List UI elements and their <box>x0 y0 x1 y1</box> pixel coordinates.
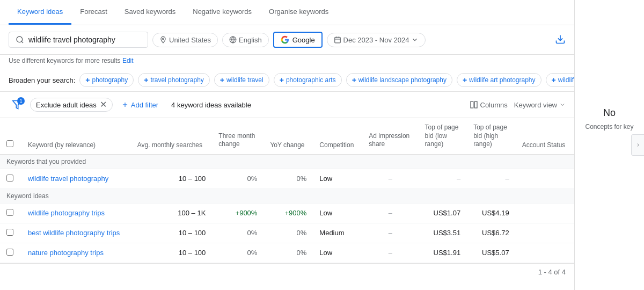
row-avg-searches: 10 – 100 <box>131 243 213 263</box>
th-ad-impression[interactable]: Ad impressionshare <box>362 118 418 154</box>
broaden-row: Broaden your search: + photography + tra… <box>0 69 574 92</box>
svg-point-1 <box>163 38 164 40</box>
location-label: United States <box>169 36 211 44</box>
chevron-down-icon <box>411 36 419 44</box>
row-three-month: 0% <box>212 243 264 263</box>
table-row: nature photography trips 10 – 100 0% 0% … <box>0 243 574 263</box>
th-keyword[interactable]: Keyword (by relevance) <box>21 118 131 154</box>
row-bid-high: – <box>467 169 516 189</box>
broaden-chip-photography[interactable]: + photography <box>79 73 134 87</box>
table-row: wildlife travel photography 10 – 100 0% … <box>0 169 574 189</box>
filter-icon-button[interactable]: 1 <box>9 96 26 113</box>
tab-saved-keywords[interactable]: Saved keywords <box>116 0 184 25</box>
google-icon <box>281 35 289 44</box>
th-bid-high[interactable]: Top of pagebid (highrange) <box>467 118 516 154</box>
action-bar: 1 Exclude adult ideas ✕ Add filter 4 key… <box>0 92 574 118</box>
broaden-label: Broaden your search: <box>9 76 75 84</box>
search-input[interactable]: wildlife travel photography <box>28 35 136 44</box>
row-checkbox-cell[interactable] <box>0 243 21 263</box>
scroll-right-arrow[interactable] <box>631 134 644 156</box>
row-avg-searches: 10 – 100 <box>131 223 213 243</box>
svg-point-0 <box>17 37 23 42</box>
row-bid-high: US$4.19 <box>467 203 516 223</box>
location-filter[interactable]: United States <box>152 33 218 47</box>
row-bid-low: US$1.91 <box>419 243 467 263</box>
network-filter[interactable]: Google <box>273 32 323 48</box>
date-filter[interactable]: Dec 2023 - Nov 2024 <box>327 33 426 47</box>
row-competition: Low <box>313 243 362 263</box>
row-ad-impression: – <box>362 243 418 263</box>
right-panel-subtitle: Concepts for key <box>581 119 638 135</box>
th-yoy[interactable]: YoY change <box>264 118 313 154</box>
calendar-icon <box>334 36 341 44</box>
row-bid-low: US$3.51 <box>419 223 467 243</box>
edit-link[interactable]: Edit <box>122 57 134 64</box>
row-competition: Low <box>313 169 362 189</box>
plus-icon <box>121 101 129 108</box>
download-button[interactable] <box>555 34 566 46</box>
network-label: Google <box>292 36 315 44</box>
row-checkbox[interactable] <box>6 229 13 236</box>
row-ad-impression: – <box>362 203 418 223</box>
row-account-status <box>516 243 574 263</box>
row-yoy: 0% <box>264 243 313 263</box>
remove-exclude-button[interactable]: ✕ <box>100 100 107 109</box>
keyword-table: Keyword (by relevance) Avg. monthly sear… <box>0 118 574 263</box>
broaden-chip-wildlife-travel[interactable]: + wildlife travel <box>214 73 269 87</box>
search-row: wildlife travel photography United State… <box>0 25 574 55</box>
columns-icon <box>470 100 478 109</box>
language-label: English <box>239 36 262 44</box>
language-filter[interactable]: English <box>222 33 269 47</box>
row-checkbox-cell[interactable] <box>0 203 21 223</box>
language-icon <box>229 36 237 44</box>
tab-keyword-ideas[interactable]: Keyword ideas <box>9 0 71 25</box>
right-panel-title: No <box>599 107 620 119</box>
row-keyword: wildlife photography trips <box>21 203 131 223</box>
pagination-text: 1 - 4 of 4 <box>538 268 566 276</box>
svg-rect-8 <box>474 102 477 108</box>
row-avg-searches: 10 – 100 <box>131 169 213 189</box>
row-checkbox-cell[interactable] <box>0 223 21 243</box>
broaden-chip-travel-photography[interactable]: + travel photography <box>138 73 210 87</box>
hint-row: Use different keywords for more results … <box>0 55 574 69</box>
row-checkbox[interactable] <box>6 209 13 216</box>
row-competition: Low <box>313 203 362 223</box>
broaden-chip-wildlife-landscape[interactable]: + wildlife landscape photography <box>346 73 452 87</box>
broaden-chip-wildlife-animal[interactable]: + wildlife animal photography <box>546 73 574 87</box>
broaden-chip-wildlife-art[interactable]: + wildlife art photography <box>457 73 541 87</box>
section-header-provided: Keywords that you provided <box>0 154 574 169</box>
row-checkbox[interactable] <box>6 175 13 182</box>
row-checkbox-cell[interactable] <box>0 169 21 189</box>
tab-organise-keywords[interactable]: Organise keywords <box>260 0 337 25</box>
row-yoy: 0% <box>264 223 313 243</box>
row-three-month: 0% <box>212 223 264 243</box>
row-three-month: +900% <box>212 203 264 223</box>
keyword-table-container: Keyword (by relevance) Avg. monthly sear… <box>0 118 574 263</box>
th-bid-low[interactable]: Top of pagebid (lowrange) <box>419 118 467 154</box>
th-three-month[interactable]: Three monthchange <box>212 118 264 154</box>
row-ad-impression: – <box>362 223 418 243</box>
row-bid-high: US$5.07 <box>467 243 516 263</box>
th-competition[interactable]: Competition <box>313 118 362 154</box>
row-account-status <box>516 223 574 243</box>
select-all-header[interactable] <box>0 118 21 154</box>
add-filter-button[interactable]: Add filter <box>117 99 163 111</box>
th-avg-searches[interactable]: Avg. monthly searches <box>131 118 213 154</box>
svg-rect-2 <box>334 37 340 43</box>
tab-forecast[interactable]: Forecast <box>71 0 116 25</box>
row-account-status <box>516 203 574 223</box>
svg-rect-7 <box>471 102 473 108</box>
row-bid-high: US$6.72 <box>467 223 516 243</box>
select-all-checkbox[interactable] <box>6 140 13 147</box>
search-icon <box>16 35 24 44</box>
broaden-chip-photographic-arts[interactable]: + photographic arts <box>274 73 342 87</box>
exclude-adult-chip: Exclude adult ideas ✕ <box>30 98 113 112</box>
tab-negative-keywords[interactable]: Negative keywords <box>184 0 260 25</box>
columns-button[interactable]: Columns <box>470 100 508 109</box>
row-checkbox[interactable] <box>6 249 13 256</box>
pagination: 1 - 4 of 4 <box>0 263 574 280</box>
chevron-down-icon <box>559 102 566 108</box>
keyword-view-button[interactable]: Keyword view <box>514 101 566 109</box>
row-avg-searches: 100 – 1K <box>131 203 213 223</box>
search-box[interactable]: wildlife travel photography <box>9 32 148 48</box>
